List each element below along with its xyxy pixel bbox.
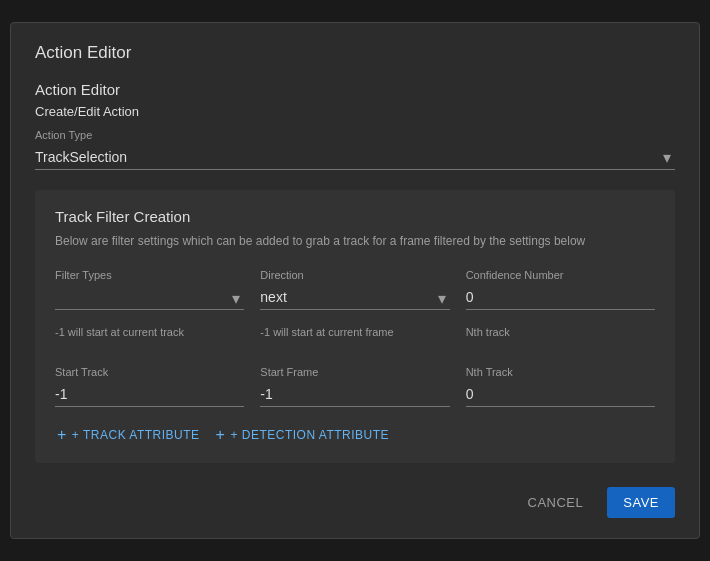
start-frame-col: Start Frame: [260, 366, 449, 407]
track-filter-creation-box: Track Filter Creation Below are filter s…: [35, 190, 675, 464]
confidence-number-label: Confidence Number: [466, 269, 655, 281]
hint-filter-text: -1 will start at current track: [55, 326, 244, 342]
filter-types-select-wrapper: ▾: [55, 285, 244, 310]
section-action-editor: Action Editor Create/Edit Action Action …: [35, 81, 675, 170]
hint-filter-col: -1 will start at current track: [55, 326, 244, 350]
nth-track-col: Nth Track: [466, 366, 655, 407]
confidence-number-col: Confidence Number: [466, 269, 655, 310]
save-button[interactable]: SAVE: [607, 487, 675, 518]
start-track-label: Start Track: [55, 366, 244, 378]
track-filter-description: Below are filter settings which can be a…: [55, 233, 655, 250]
hint-frame-col: -1 will start at current frame: [260, 326, 449, 350]
track-attribute-label: + TRACK ATTRIBUTE: [72, 428, 200, 442]
start-track-input[interactable]: [55, 382, 244, 407]
start-frame-label: Start Frame: [260, 366, 449, 378]
section-subheading: Create/Edit Action: [35, 104, 675, 119]
section-heading: Action Editor: [35, 81, 675, 98]
action-type-row: Action Type TrackSelection FrameSelectio…: [35, 129, 675, 170]
filter-row-top: Filter Types ▾ Direction next previous n…: [55, 269, 655, 310]
dialog-footer: CANCEL SAVE: [35, 483, 675, 518]
start-frame-input[interactable]: [260, 382, 449, 407]
detection-attribute-plus-icon: +: [216, 427, 226, 443]
direction-select-wrapper: next previous nearest ▾: [260, 285, 449, 310]
hint-nth-text: Nth track: [466, 326, 655, 342]
detection-attribute-button[interactable]: + + DETECTION ATTRIBUTE: [214, 423, 391, 447]
detection-attribute-label: + DETECTION ATTRIBUTE: [230, 428, 389, 442]
filter-types-col: Filter Types ▾: [55, 269, 244, 310]
track-attribute-button[interactable]: + + TRACK ATTRIBUTE: [55, 423, 202, 447]
track-filter-title: Track Filter Creation: [55, 208, 655, 225]
hint-frame-text: -1 will start at current frame: [260, 326, 449, 342]
attributes-row: + + TRACK ATTRIBUTE + + DETECTION ATTRIB…: [55, 423, 655, 447]
filter-types-label: Filter Types: [55, 269, 244, 281]
action-editor-dialog: Action Editor Action Editor Create/Edit …: [10, 22, 700, 540]
action-type-select-wrapper: TrackSelection FrameSelection AttributeS…: [35, 145, 675, 170]
filter-types-select[interactable]: [55, 285, 244, 310]
start-track-col: Start Track: [55, 366, 244, 407]
dialog-title: Action Editor: [35, 43, 675, 63]
cancel-button[interactable]: CANCEL: [512, 487, 600, 518]
action-type-select[interactable]: TrackSelection FrameSelection AttributeS…: [35, 145, 675, 170]
nth-track-label: Nth Track: [466, 366, 655, 378]
action-type-label: Action Type: [35, 129, 675, 141]
direction-select[interactable]: next previous nearest: [260, 285, 449, 310]
hints-row: -1 will start at current track -1 will s…: [55, 326, 655, 350]
direction-label: Direction: [260, 269, 449, 281]
confidence-number-input[interactable]: [466, 285, 655, 310]
input-fields-row: Start Track Start Frame Nth Track: [55, 366, 655, 407]
nth-track-input[interactable]: [466, 382, 655, 407]
hint-nth-col: Nth track: [466, 326, 655, 350]
track-attribute-plus-icon: +: [57, 427, 67, 443]
direction-col: Direction next previous nearest ▾: [260, 269, 449, 310]
